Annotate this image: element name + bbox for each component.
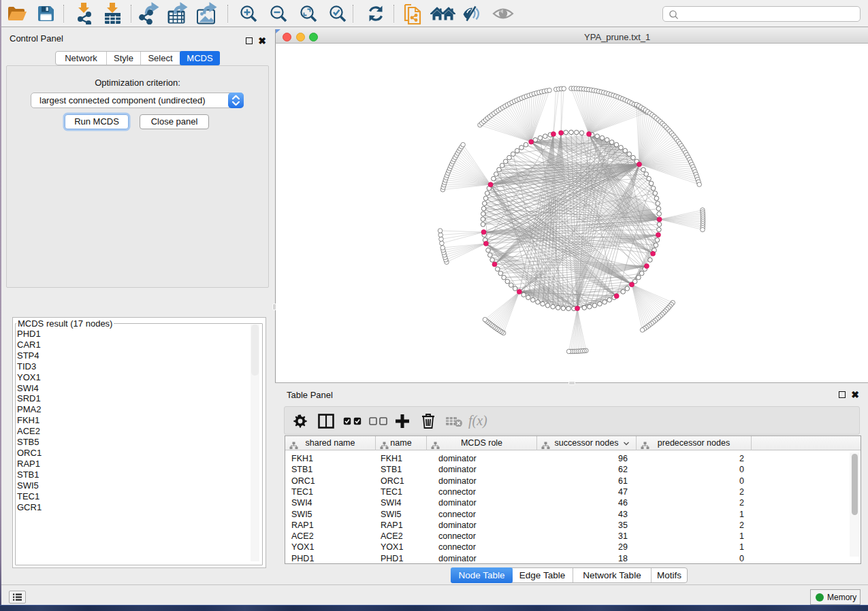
svg-text:f(x): f(x) bbox=[468, 413, 487, 429]
